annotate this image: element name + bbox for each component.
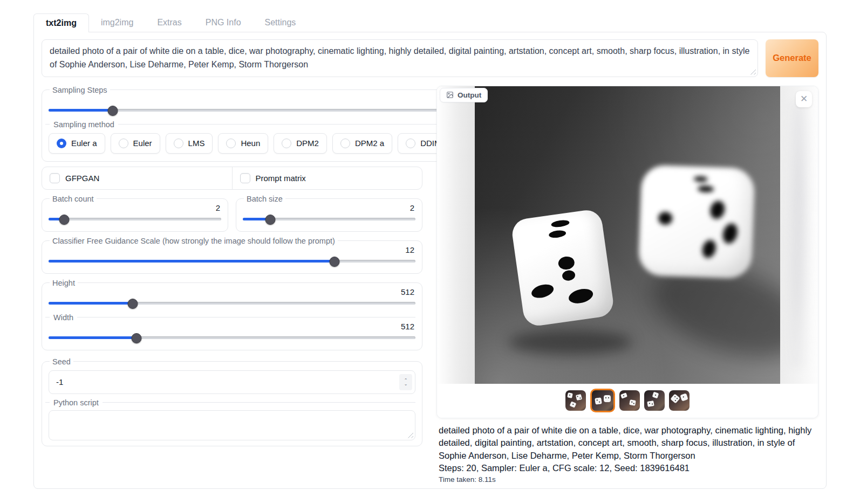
radio-circle bbox=[406, 139, 415, 148]
chevron-down-icon[interactable]: ⌄ bbox=[404, 382, 408, 386]
radio-circle bbox=[226, 139, 236, 148]
sampling-steps-label: Sampling Steps bbox=[50, 86, 110, 94]
radio-lms[interactable]: LMS bbox=[166, 133, 213, 154]
image-icon bbox=[446, 91, 454, 99]
python-script-input[interactable] bbox=[49, 410, 415, 440]
tab-img2img[interactable]: img2img bbox=[89, 13, 145, 32]
batch-size-slider[interactable] bbox=[243, 214, 415, 225]
cfg-group: Classifier Free Guidance Scale (how stro… bbox=[42, 237, 422, 274]
thumbnail-strip bbox=[437, 384, 818, 418]
options-panel: GFPGAN Prompt matrix bbox=[42, 167, 422, 190]
width-label: Width bbox=[45, 313, 415, 322]
app-root: txt2img img2img Extras PNG Info Settings… bbox=[0, 0, 860, 489]
txt2img-panel: detailed photo of a pair of white die on… bbox=[33, 32, 827, 489]
batch-count-group: Batch count 2 bbox=[42, 195, 228, 232]
radio-circle bbox=[57, 139, 66, 148]
prompt-row: detailed photo of a pair of white die on… bbox=[42, 39, 818, 77]
viewer-blur-right bbox=[780, 86, 818, 384]
batch-size-label: Batch size bbox=[244, 195, 285, 203]
radio-circle bbox=[174, 139, 183, 148]
output-label: Output bbox=[458, 91, 481, 99]
width-slider[interactable] bbox=[49, 333, 415, 343]
close-button[interactable]: ✕ bbox=[796, 91, 812, 107]
prompt-matrix-checkbox[interactable] bbox=[240, 173, 250, 183]
height-slider[interactable] bbox=[49, 298, 415, 309]
radio-circle bbox=[340, 139, 350, 148]
die-right bbox=[638, 164, 755, 279]
radio-circle bbox=[119, 139, 128, 148]
output-info: detailed photo of a pair of white die on… bbox=[436, 418, 818, 484]
batch-size-group: Batch size 2 bbox=[236, 195, 422, 232]
prompt-text: detailed photo of a pair of white die on… bbox=[50, 46, 749, 69]
gfpgan-checkbox[interactable] bbox=[50, 173, 60, 183]
output-params: Steps: 20, Sampler: Euler a, CFG scale: … bbox=[439, 463, 817, 473]
thumbnail-2-selected[interactable] bbox=[590, 389, 615, 412]
image-viewer[interactable] bbox=[437, 86, 818, 384]
height-label: Height bbox=[50, 279, 78, 287]
dimensions-group: Height 512 Width 512 bbox=[42, 279, 422, 350]
slider-knob[interactable] bbox=[132, 333, 142, 343]
height-value: 512 bbox=[49, 287, 414, 296]
tab-txt2img[interactable]: txt2img bbox=[33, 13, 89, 32]
radio-dpm2-a[interactable]: DPM2 a bbox=[332, 133, 392, 154]
settings-column: Sampling Steps 20 Sampling method Euler … bbox=[42, 86, 422, 484]
slider-knob[interactable] bbox=[265, 215, 276, 225]
radio-euler[interactable]: Euler bbox=[111, 133, 160, 154]
output-header: Output bbox=[440, 88, 488, 102]
slider-knob[interactable] bbox=[128, 299, 138, 309]
slider-knob[interactable] bbox=[59, 215, 69, 225]
prompt-input[interactable]: detailed photo of a pair of white die on… bbox=[42, 39, 758, 77]
cfg-slider[interactable] bbox=[49, 256, 415, 267]
tab-png-info[interactable]: PNG Info bbox=[194, 13, 253, 32]
batch-count-slider[interactable] bbox=[49, 214, 221, 225]
slider-knob[interactable] bbox=[330, 257, 340, 267]
prompt-matrix-option[interactable]: Prompt matrix bbox=[232, 167, 422, 189]
output-time-taken: Time taken: 8.11s bbox=[439, 475, 817, 484]
radio-circle bbox=[282, 139, 291, 148]
output-gallery: Output ✕ bbox=[436, 86, 818, 418]
batch-size-value: 2 bbox=[243, 203, 414, 212]
cfg-value: 12 bbox=[49, 245, 414, 254]
radio-dpm2[interactable]: DPM2 bbox=[274, 133, 327, 154]
output-column: Output ✕ bbox=[436, 86, 818, 484]
gfpgan-label: GFPGAN bbox=[65, 174, 99, 183]
viewer-blur-left bbox=[437, 86, 475, 384]
thumbnail-1[interactable] bbox=[565, 390, 586, 411]
prompt-matrix-label: Prompt matrix bbox=[256, 174, 306, 183]
batch-count-value: 2 bbox=[49, 203, 220, 212]
slider-knob[interactable] bbox=[108, 106, 118, 116]
resize-handle-icon[interactable] bbox=[406, 431, 413, 438]
close-icon: ✕ bbox=[800, 93, 808, 105]
seed-value: -1 bbox=[56, 377, 399, 386]
batch-count-label: Batch count bbox=[50, 195, 97, 203]
radio-euler-a[interactable]: Euler a bbox=[49, 133, 105, 154]
generate-button[interactable]: Generate bbox=[766, 39, 818, 77]
resize-handle-icon[interactable] bbox=[749, 68, 756, 75]
tab-settings[interactable]: Settings bbox=[253, 13, 308, 32]
generated-image[interactable] bbox=[475, 86, 780, 384]
radio-heun[interactable]: Heun bbox=[218, 133, 268, 154]
python-script-label: Python script bbox=[45, 398, 415, 407]
gfpgan-option[interactable]: GFPGAN bbox=[42, 167, 232, 189]
tab-extras[interactable]: Extras bbox=[145, 13, 193, 32]
seed-stepper[interactable]: ⌃⌄ bbox=[399, 374, 412, 390]
thumbnail-5[interactable] bbox=[669, 390, 690, 411]
thumbnail-3[interactable] bbox=[619, 390, 640, 411]
width-value: 512 bbox=[49, 322, 414, 331]
cfg-label: Classifier Free Guidance Scale (how stro… bbox=[50, 237, 338, 245]
seed-group: Seed -1 ⌃⌄ Python script bbox=[42, 357, 422, 446]
seed-input[interactable]: -1 ⌃⌄ bbox=[49, 370, 415, 394]
output-caption: detailed photo of a pair of white die on… bbox=[439, 424, 816, 462]
tab-bar: txt2img img2img Extras PNG Info Settings bbox=[33, 13, 827, 32]
seed-label: Seed bbox=[50, 357, 73, 366]
thumbnail-4[interactable] bbox=[644, 390, 665, 411]
die-left bbox=[510, 208, 615, 327]
